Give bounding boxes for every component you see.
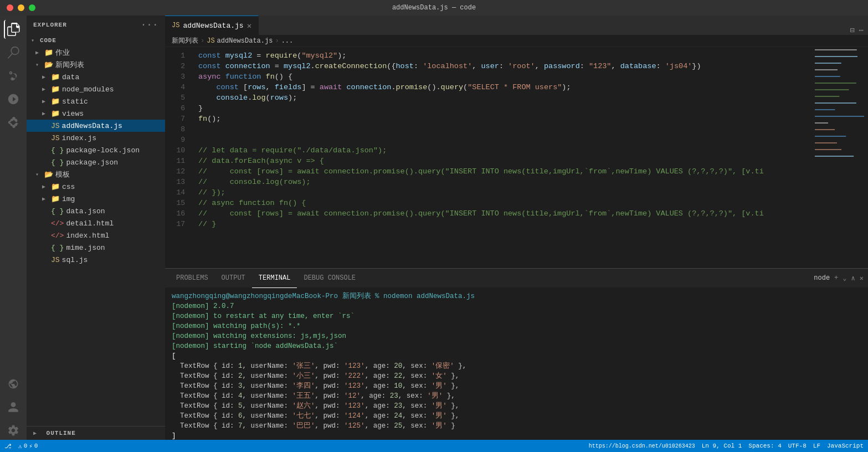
tab-file-icon: JS (172, 22, 179, 29)
window-controls (7, 4, 35, 11)
tree-file-detail-html[interactable]: ▶ </> detail.html (27, 217, 165, 229)
explorer-activity-icon[interactable] (4, 20, 23, 39)
code-line-13: // console.log(rows); (189, 177, 813, 187)
code-line-12: // const [rows] = await connection.promi… (189, 166, 813, 177)
encoding-status[interactable]: UTF-8 (788, 443, 807, 449)
language-text: JavaScript (827, 443, 864, 449)
code-content[interactable]: const mysql2 = require("mysql2"); const … (189, 47, 813, 268)
minimize-button[interactable] (18, 4, 24, 11)
close-panel-icon[interactable]: ✕ (860, 274, 864, 282)
code-line-6: } (189, 103, 813, 114)
folder-label: node_modules (62, 85, 114, 94)
debug-console-tab[interactable]: DEBUG CONSOLE (297, 269, 362, 288)
source-control-activity-icon[interactable] (4, 66, 23, 85)
tree-folder-mokuai[interactable]: ▾ 📂 模板 (27, 168, 165, 181)
file-label: detail.html (66, 219, 114, 228)
tree-file-index[interactable]: ▶ JS index.js (27, 132, 165, 144)
settings-activity-icon[interactable] (4, 421, 23, 440)
tree-file-addnewsdata[interactable]: ▶ JS addNewsData.js (27, 120, 165, 132)
term-line-4: [nodemon] starting `node addNewsData.js` (172, 341, 861, 351)
tree-file-package-lock[interactable]: ▶ { } package-lock.json (27, 144, 165, 156)
problems-tab[interactable]: PROBLEMS (170, 269, 215, 288)
run-activity-icon[interactable] (4, 90, 23, 109)
tree-folder-data[interactable]: ▶ 📁 data (27, 71, 165, 83)
errors-status[interactable]: ⚠ 0 ⚡ 0 (18, 443, 38, 450)
tree-folder-img[interactable]: ▶ 📁 img (27, 193, 165, 205)
tree-folder-news[interactable]: ▾ 📂 新闻列表 (27, 59, 165, 71)
folder-label: 模板 (55, 170, 70, 179)
split-editor-icon[interactable]: ⊟ (850, 25, 854, 35)
tab-right-actions: ⊟ ⋯ (850, 25, 868, 35)
tree-folder-zuoye[interactable]: ▶ 📁 作业 (27, 47, 165, 59)
term-line-close: ] (172, 431, 861, 440)
git-branch-status[interactable]: ⎇ (4, 443, 12, 450)
split-terminal-icon[interactable]: ⌄ (843, 274, 846, 282)
file-label: addNewsData.js (62, 122, 122, 130)
breadcrumb-part2[interactable]: addNewsData.js (217, 37, 273, 45)
term-data-2: TextRow { id: 2, userName: '小三', pwd: '2… (172, 371, 861, 381)
term-line-5: [ (172, 351, 861, 361)
terminal-content[interactable]: wangzhongqing@wangzhongqingdeMacBook-Pro… (165, 288, 868, 440)
status-left: ⎇ ⚠ 0 ⚡ 0 (0, 443, 38, 450)
term-line-0: [nodemon] 2.0.7 (172, 301, 861, 311)
maximize-button[interactable] (29, 4, 35, 11)
file-label: index.html (66, 232, 109, 240)
term-prompt: wangzhongqing@wangzhongqingdeMacBook-Pro… (172, 291, 861, 301)
search-activity-icon[interactable] (4, 43, 23, 62)
tab-close-button[interactable]: ✕ (247, 21, 251, 30)
minimap (813, 47, 868, 268)
code-line-15: // async function fn() { (189, 198, 813, 208)
line-ending-status[interactable]: LF (813, 443, 820, 449)
language-status[interactable]: JavaScript (827, 443, 864, 449)
outline-section[interactable]: ▶ Outline (27, 426, 165, 440)
account-activity-icon[interactable] (4, 398, 23, 417)
line-col-status[interactable]: Ln 9, Col 1 (702, 443, 742, 449)
more-actions-icon[interactable]: ⋯ (859, 25, 864, 35)
tree-file-sql[interactable]: ▶ JS sql.js (27, 254, 165, 266)
tree-file-package[interactable]: ▶ { } package.json (27, 156, 165, 168)
tree-folder-css[interactable]: ▶ 📁 css (27, 181, 165, 193)
tree-root-code[interactable]: ▾ CODE (27, 34, 165, 47)
breadcrumb-part3[interactable]: ... (281, 37, 294, 45)
folder-label: static (62, 97, 88, 106)
main-layout: Explorer ··· ▾ CODE ▶ 📁 作业 ▾ 📂 新闻列表 (0, 16, 868, 440)
code-line-17: // } (189, 219, 813, 229)
extensions-activity-icon[interactable] (4, 113, 23, 132)
new-terminal-icon[interactable]: + (834, 274, 838, 282)
tree-file-mime-json[interactable]: ▶ { } mime.json (27, 242, 165, 254)
maximize-panel-icon[interactable]: ∧ (851, 274, 855, 282)
term-data-5: TextRow { id: 5, userName: '赵六', pwd: '1… (172, 401, 861, 411)
code-line-7: fn(); (189, 114, 813, 124)
tree-folder-static[interactable]: ▶ 📁 static (27, 95, 165, 107)
code-editor[interactable]: 12345 678910 1112131415 1617 const mysql… (165, 47, 813, 268)
git-icon: ⎇ (4, 443, 12, 450)
code-line-9 (189, 135, 813, 145)
breadcrumb-part1[interactable]: 新闻列表 (172, 36, 198, 45)
terminal-tab[interactable]: TERMINAL (252, 269, 297, 288)
root-label: CODE (40, 37, 57, 44)
terminal-panel: PROBLEMS OUTPUT TERMINAL DEBUG CONSOLE n… (165, 268, 868, 440)
tree-file-data-json[interactable]: ▶ { } data.json (27, 205, 165, 217)
line-numbers: 12345 678910 1112131415 1617 (165, 47, 189, 268)
sidebar-tree: ▾ CODE ▶ 📁 作业 ▾ 📂 新闻列表 ▶ 📁 data (27, 34, 165, 426)
folder-label: 新闻列表 (55, 60, 84, 70)
spaces-text: Spaces: 4 (748, 443, 781, 449)
folder-label: data (62, 73, 79, 81)
link-status[interactable]: https://blog.csdn.net/u010263423 (589, 443, 695, 449)
sidebar: Explorer ··· ▾ CODE ▶ 📁 作业 ▾ 📂 新闻列表 (27, 16, 165, 440)
remote-activity-icon[interactable] (4, 374, 23, 393)
spaces-status[interactable]: Spaces: 4 (748, 443, 781, 449)
output-tab[interactable]: OUTPUT (215, 269, 252, 288)
tree-file-index-html[interactable]: ▶ </> index.html (27, 229, 165, 242)
code-line-16: // const [rows] = await connection.promi… (189, 208, 813, 219)
panel-right-actions: node + ⌄ ∧ ✕ (814, 274, 864, 282)
tree-arrow: ▾ (31, 37, 40, 44)
tree-folder-views[interactable]: ▶ 📁 views (27, 107, 165, 120)
term-data-7: TextRow { id: 7, userName: '巴巴', pwd: '1… (172, 421, 861, 431)
tree-folder-node-modules[interactable]: ▶ 📁 node_modules (27, 83, 165, 95)
window-title: addNewsData.js — code (392, 4, 476, 12)
sidebar-more-icon[interactable]: ··· (141, 20, 158, 30)
breadcrumb-icon: JS (207, 37, 214, 45)
close-button[interactable] (7, 4, 13, 11)
tab-addnewsdata[interactable]: JS addNewsData.js ✕ (165, 16, 259, 35)
